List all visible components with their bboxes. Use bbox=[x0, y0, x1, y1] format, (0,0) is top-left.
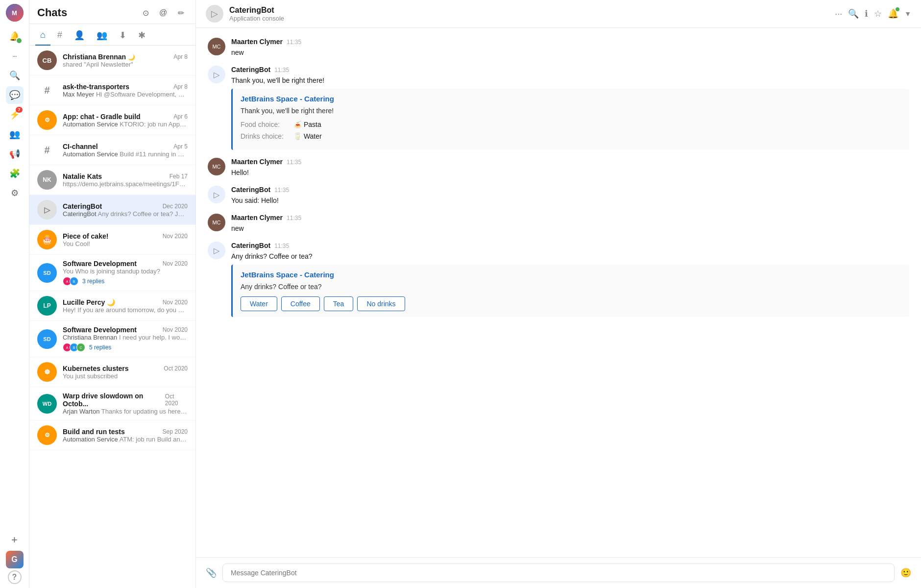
water-button[interactable]: Water bbox=[241, 296, 277, 311]
chat-item-lucille[interactable]: LP Lucille Percy 🌙 Nov 2020 Hey! If you … bbox=[29, 291, 195, 321]
chat-info: Christiana Brennan 🌙 Apr 8 shared "April… bbox=[63, 53, 188, 68]
sender-name: CateringBot bbox=[231, 242, 270, 249]
chat-date: Sep 2020 bbox=[163, 428, 188, 435]
message-content: CateringBot 11:35 Any drinks? Coffee or … bbox=[231, 242, 909, 317]
bot-avatar: ▷ bbox=[208, 242, 225, 259]
message-group-5: MC Maarten Clymer 11:35 new bbox=[208, 214, 909, 234]
chat-avatar: # bbox=[37, 80, 57, 100]
message-time: 11:35 bbox=[274, 187, 289, 194]
sender-name: CateringBot bbox=[231, 66, 270, 74]
card-message: JetBrains Space - Catering Thank you, we… bbox=[231, 89, 909, 150]
sidebar-title: Chats bbox=[37, 6, 67, 19]
nav-download[interactable]: ⬇ bbox=[114, 26, 131, 46]
info-icon[interactable]: ℹ bbox=[865, 8, 868, 19]
message-input[interactable] bbox=[222, 564, 895, 582]
chat-avatar: SD bbox=[37, 329, 57, 349]
nav-channel[interactable]: # bbox=[52, 26, 67, 46]
sidebar-header-icons: ⊙ @ ✏ bbox=[139, 6, 188, 20]
sidebar-settings-icon[interactable]: ⊙ bbox=[139, 6, 152, 20]
chat-item-ci[interactable]: # CI-channel Apr 5 Automation Service Bu… bbox=[29, 135, 195, 165]
add-icon[interactable]: + bbox=[6, 531, 24, 549]
bell-icon[interactable]: 🔔 bbox=[888, 8, 898, 19]
card-subtitle: Any drinks? Coffee or tea? bbox=[241, 283, 901, 291]
chat-info: Software Development Nov 2020 Christiana… bbox=[63, 326, 188, 352]
card-title: JetBrains Space - Catering bbox=[241, 95, 901, 103]
megaphone-icon[interactable]: 📢 bbox=[6, 145, 24, 163]
chat-avatar: NK bbox=[37, 170, 57, 190]
sender-avatar: MC bbox=[208, 214, 225, 231]
tea-button[interactable]: Tea bbox=[324, 296, 354, 311]
message-group-3: MC Maarten Clymer 11:35 Hello! bbox=[208, 158, 909, 178]
message-content: CateringBot 11:35 Thank you, we'll be ri… bbox=[231, 66, 909, 150]
chat-item-cateringbot[interactable]: ▷ CateringBot Dec 2020 CateringBot Any d… bbox=[29, 195, 195, 225]
chat-info: Build and run tests Sep 2020 Automation … bbox=[63, 428, 188, 443]
icon-bar: M 🔔 ··· 🔍 💬 ⚡ 7 👥 📢 🧩 ⚙ + G ? bbox=[0, 0, 29, 588]
card-title: JetBrains Space - Catering bbox=[241, 270, 901, 279]
puzzle-icon[interactable]: 🧩 bbox=[6, 165, 24, 182]
sidebar-compose-icon[interactable]: ✏ bbox=[174, 6, 188, 20]
chat-info: ask-the-transporters Apr 8 Max Meyer Hi … bbox=[63, 83, 188, 98]
chat-date: Apr 8 bbox=[173, 83, 188, 90]
message-time: 11:35 bbox=[274, 243, 289, 249]
chat-avatar: SD bbox=[37, 263, 57, 283]
sidebar-nav: ⌂ # 👤 👥 ⬇ ✱ bbox=[29, 24, 195, 46]
sender-name: CateringBot bbox=[231, 186, 270, 194]
chat-item-build-run[interactable]: ⚙ Build and run tests Sep 2020 Automatio… bbox=[29, 420, 195, 450]
chat-info: CI-channel Apr 5 Automation Service Buil… bbox=[63, 143, 188, 158]
more-options-icon[interactable]: ··· bbox=[835, 9, 842, 19]
chat-name: Software Development bbox=[63, 326, 137, 334]
emoji-icon[interactable]: 🙂 bbox=[900, 567, 911, 578]
chat-item-transporters[interactable]: # ask-the-transporters Apr 8 Max Meyer H… bbox=[29, 75, 195, 105]
message-content: Maarten Clymer 11:35 new bbox=[231, 214, 909, 234]
chat-item-kubernetes[interactable]: ☸ Kubernetes clusters Oct 2020 You just … bbox=[29, 357, 195, 387]
search-chat-icon[interactable]: 🔍 bbox=[848, 8, 859, 19]
chat-avatar: ⚙ bbox=[37, 425, 57, 445]
gear-icon[interactable]: ⚙ bbox=[6, 184, 24, 202]
chat-header-info: CateringBot Application console bbox=[229, 6, 829, 22]
nav-star[interactable]: ✱ bbox=[133, 26, 150, 46]
chat-info: Piece of cake! Nov 2020 You Cool! bbox=[63, 232, 188, 247]
help-icon[interactable]: ? bbox=[8, 570, 22, 584]
sender-name: Maarten Clymer bbox=[231, 158, 283, 166]
chat-preview: Arjan Warton Thanks for updating us here… bbox=[63, 408, 188, 415]
chat-item-sw-dev-1[interactable]: SD Software Development Nov 2020 You Who… bbox=[29, 255, 195, 291]
nav-home[interactable]: ⌂ bbox=[35, 26, 50, 46]
nav-person[interactable]: 👤 bbox=[69, 26, 90, 46]
drinks-value: 🥛 Water bbox=[293, 132, 322, 140]
lightning-icon[interactable]: ⚡ 7 bbox=[6, 106, 24, 123]
chat-item-warp[interactable]: WD Warp drive slowdown on Octob... Oct 2… bbox=[29, 387, 195, 420]
chat-item-gradle[interactable]: ⚙ App: chat - Gradle build Apr 6 Automat… bbox=[29, 105, 195, 135]
search-icon[interactable]: 🔍 bbox=[6, 67, 24, 84]
chat-avatar: ▷ bbox=[37, 200, 57, 220]
chat-avatar: # bbox=[37, 140, 57, 160]
attachment-icon[interactable]: 📎 bbox=[206, 567, 217, 578]
message-time: 11:35 bbox=[287, 159, 301, 166]
chat-name: App: chat - Gradle build bbox=[63, 113, 141, 121]
chat-icon[interactable]: 💬 bbox=[6, 86, 24, 104]
chat-preview: Hey! If you are around tomorrow, do you … bbox=[63, 306, 188, 314]
star-icon[interactable]: ☆ bbox=[874, 8, 882, 19]
g-icon[interactable]: G bbox=[6, 551, 24, 568]
notification-icon[interactable]: 🔔 bbox=[6, 27, 24, 45]
chat-preview: Max Meyer Hi @Software Development, our … bbox=[63, 91, 188, 98]
chevron-down-icon[interactable]: ▼ bbox=[904, 10, 911, 18]
sender-name: Maarten Clymer bbox=[231, 214, 283, 221]
chat-info: Warp drive slowdown on Octob... Oct 2020… bbox=[63, 392, 188, 415]
chat-date: Nov 2020 bbox=[163, 260, 188, 267]
message-group-6: ▷ CateringBot 11:35 Any drinks? Coffee o… bbox=[208, 242, 909, 317]
coffee-button[interactable]: Coffee bbox=[281, 296, 320, 311]
user-avatar[interactable]: M bbox=[6, 4, 24, 22]
chat-item-cake[interactable]: 🎂 Piece of cake! Nov 2020 You Cool! bbox=[29, 225, 195, 255]
no-drinks-button[interactable]: No drinks bbox=[357, 296, 405, 311]
team-icon[interactable]: 👥 bbox=[6, 125, 24, 143]
chat-date: Oct 2020 bbox=[164, 365, 188, 372]
dots-menu-icon[interactable]: ··· bbox=[6, 47, 24, 65]
chat-name: Build and run tests bbox=[63, 428, 125, 436]
chat-item-natalie[interactable]: NK Natalie Kats Feb 17 https://demo.jetb… bbox=[29, 165, 195, 195]
sidebar-at-icon[interactable]: @ bbox=[156, 6, 170, 20]
chat-item-sw-dev-2[interactable]: SD Software Development Nov 2020 Christi… bbox=[29, 321, 195, 357]
chat-item-christiana[interactable]: CB Christiana Brennan 🌙 Apr 8 shared "Ap… bbox=[29, 46, 195, 75]
chat-replies: A B C 5 replies bbox=[63, 343, 188, 352]
reply-count: 3 replies bbox=[82, 278, 104, 285]
nav-group[interactable]: 👥 bbox=[92, 26, 112, 46]
